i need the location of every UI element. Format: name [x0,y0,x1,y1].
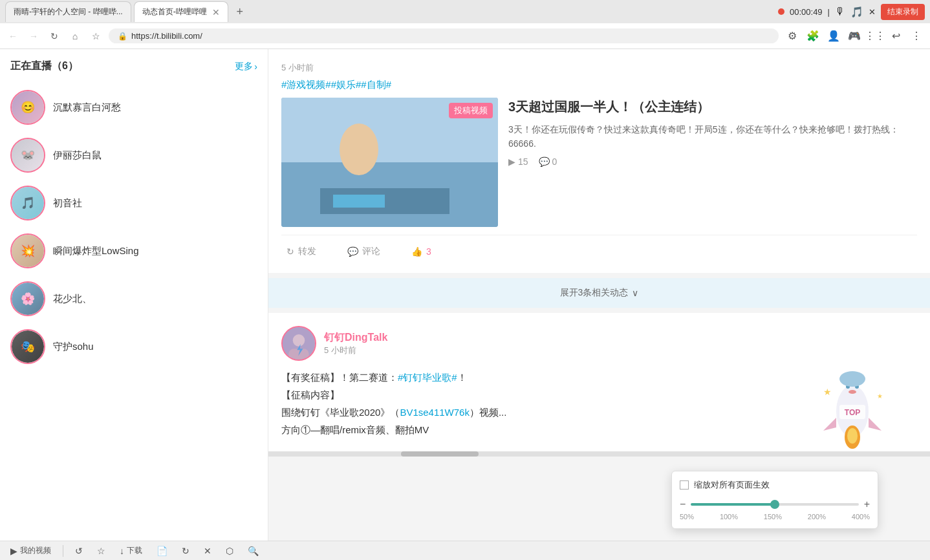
live-item-6[interactable]: 🎭 守护sohu [10,323,257,371]
live-item-4[interactable]: 💥 瞬间爆炸型LowSing [10,227,257,275]
taskbar-undo[interactable]: ↻ [177,544,195,558]
home-button[interactable]: ⌂ [67,28,83,44]
post-card-1: 5 小时前 #游戏视频##娱乐##自制# [268,49,930,273]
post-tags: #游戏视频##娱乐##自制# [281,79,917,91]
zoom-plus-button[interactable]: + [864,499,870,510]
live-item-1[interactable]: 😊 沉默寡言白河愁 [10,83,257,131]
taskbar-cursor[interactable]: ⬡ [221,544,239,558]
poster-name[interactable]: 钉钉DingTalk [324,331,387,345]
stop-recording-button[interactable]: 结束录制 [881,4,925,20]
content-tag[interactable]: #钉钉毕业歌# [398,372,457,383]
view-count: ▶ 15 [508,156,528,167]
game-icon[interactable]: 🎮 [846,28,863,45]
undo-icon: ↻ [182,546,189,556]
tab-1-label: 雨晴-宇轩的个人空间 - 哔哩哔... [14,6,123,17]
taskbar-star[interactable]: ☆ [92,544,111,558]
like-count: 3 [426,246,431,257]
time-label-1: 5 小时前 [281,62,314,74]
zoom-mark-50: 50% [680,513,694,521]
profile-icon[interactable]: 👤 [825,28,842,45]
star-icon: ☆ [97,546,105,556]
taskbar-doc[interactable]: 📄 [151,544,173,558]
taskbar-my-videos[interactable]: ▶ 我的视频 [5,543,56,558]
avatar-2: 🐭 [10,138,45,173]
live-item-2[interactable]: 🐭 伊丽莎白鼠 [10,131,257,179]
svg-point-3 [340,124,378,175]
zoom-mark-400: 400% [852,513,870,521]
recording-icon2: 🎵 [850,6,863,18]
scrollbar-thumb[interactable] [401,451,479,457]
close-tab-icon[interactable]: ✕ [212,7,220,17]
zoom-mark-100: 100% [720,513,738,521]
like-button[interactable]: 👍 3 [406,243,437,260]
post-text: 3天超过国服一半人！（公主连结） 3天！你还在玩假传奇？快过来这款真传奇吧！开局… [508,98,917,227]
download-icon: ↓ [120,546,124,556]
tab-2[interactable]: 动态首页-哔哩哔哩 ✕ [134,1,228,22]
post-tag-text[interactable]: #游戏视频##娱乐##自制# [281,79,391,90]
bookmark-button[interactable]: ☆ [88,28,103,44]
content-line2: ！ [457,372,467,383]
mascot-svg: TOP ★ ★ [814,360,891,463]
more-icon[interactable]: ⋮ [908,28,925,45]
poster-avatar[interactable] [281,326,316,361]
video-badge: 投稿视频 [449,103,493,118]
live-item-3[interactable]: 🎵 初音社 [10,179,257,227]
taskbar-download[interactable]: ↓ 下载 [114,543,147,558]
more-link[interactable]: 更多 › [235,61,257,72]
back-button[interactable]: ← [5,28,21,44]
extensions-btn[interactable]: 🧩 [805,28,821,45]
close-recording[interactable]: ✕ [869,7,876,17]
comment-icon: 💬 [539,156,550,167]
zoom-label: 缩放对所有页面生效 [694,479,770,491]
zoom-thumb[interactable] [770,500,779,509]
recording-icon: 🎙 [835,6,845,17]
poster-info: 钉钉DingTalk 5 小时前 [281,326,917,361]
avatar-3: 🎵 [10,186,45,221]
svg-text:★: ★ [823,387,832,397]
post-actions: ↻ 转发 💬 评论 👍 3 [281,235,917,260]
top-mascot[interactable]: TOP ★ ★ [814,360,891,457]
undo-icon[interactable]: ↩ [887,28,904,45]
repost-button[interactable]: ↻ 转发 [281,243,321,260]
content-line6: 方向①—翻唱/remix音频、翻拍MV [281,424,429,435]
url-text: https://t.bilibili.com/ [131,31,202,41]
refresh-button[interactable]: ↻ [47,28,62,44]
repost-label: 转发 [298,246,316,257]
zoom-slider-row: − + [680,499,870,510]
comment-button[interactable]: 💬 评论 [342,243,385,260]
avatar-inner-3: 🎵 [12,187,44,219]
svg-text:TOP: TOP [845,408,860,417]
forward-button[interactable]: → [26,28,41,44]
repost-icon: ↻ [287,246,294,257]
tab-1[interactable]: 雨晴-宇轩的个人空间 - 哔哩哔... [5,1,131,22]
content-bv-link[interactable]: BV1se411W76k [400,407,470,418]
grid-icon[interactable]: ⋮⋮ [867,28,883,45]
post-title: 3天超过国服一半人！（公主连结） [508,98,917,116]
zoom-slider[interactable] [691,503,858,506]
zoom-popup: 缩放对所有页面生效 − + 50% 100% 150% 200% 400% [671,471,878,529]
zoom-minus-button[interactable]: − [680,499,686,510]
comment-num: 0 [552,156,557,167]
play-icon: ▶ [508,156,515,167]
taskbar-refresh[interactable]: ↺ [70,544,88,558]
recording-time: 00:00:49 [790,7,823,17]
svg-point-15 [847,428,858,444]
video-thumbnail[interactable]: 投稿视频 [281,98,498,227]
comment-label: 评论 [362,246,380,257]
live-name-1: 沉默寡言白河愁 [53,102,121,114]
url-input[interactable]: 🔒 https://t.bilibili.com/ [109,28,779,43]
expand-related[interactable]: 展开3条相关动态 ∨ [268,278,930,308]
svg-marker-12 [823,418,836,431]
close-icon: ✕ [204,546,211,556]
svg-point-20 [839,371,865,387]
taskbar-close[interactable]: ✕ [199,544,217,558]
live-item-5[interactable]: 🌸 花少北、 [10,275,257,323]
zoom-checkbox[interactable] [680,480,689,490]
extensions-icon[interactable]: ⚙ [784,28,801,45]
taskbar-search[interactable]: 🔍 [243,544,264,558]
content-line4: 围绕钉钉《毕业歌2020》（ [281,407,400,418]
avatar-5: 🌸 [10,281,45,316]
new-tab-button[interactable]: + [231,3,249,21]
content-line1: 【有奖征稿】！第二赛道： [281,372,398,383]
avatar-inner-1: 😊 [12,91,44,124]
